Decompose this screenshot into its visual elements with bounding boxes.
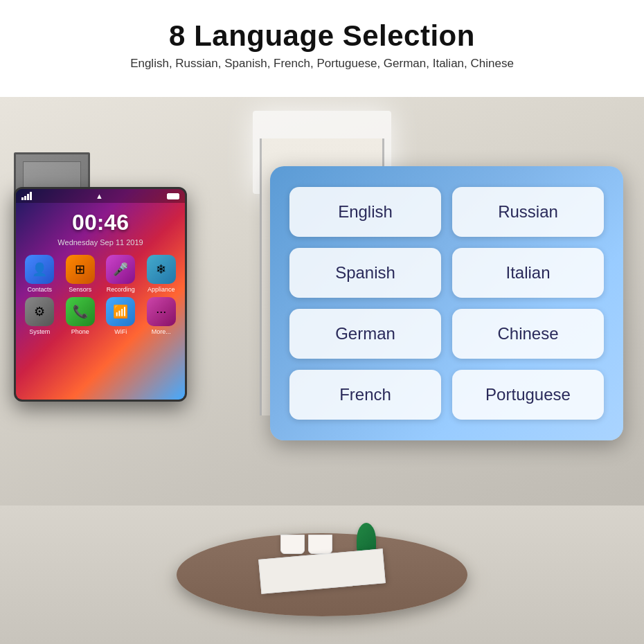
app-label-sensors: Sensors xyxy=(69,286,91,293)
app-label-contacts: Contacts xyxy=(27,286,52,293)
signal-icon xyxy=(21,192,32,200)
lang-button-german[interactable]: German xyxy=(289,309,441,359)
phone-screen: ▲ 00:46 Wednesday Sep 11 2019 👤 Contacts… xyxy=(16,189,185,400)
app-label-wifi: WiFi xyxy=(114,328,127,335)
app-icon-more...: ··· xyxy=(147,297,176,326)
app-icon-recording: 🎤 xyxy=(106,255,135,284)
app-icon-wifi: 📶 xyxy=(106,297,135,326)
app-label-system: System xyxy=(29,328,50,335)
lang-button-italian[interactable]: Italian xyxy=(452,248,604,298)
phone-app-icon-wifi[interactable]: 📶 WiFi xyxy=(102,297,139,335)
app-icon-contacts: 👤 xyxy=(25,255,54,284)
cup-1 xyxy=(280,535,305,554)
phone-time-display: 00:46 xyxy=(16,203,185,238)
app-label-phone: Phone xyxy=(71,328,89,335)
app-label-more...: More... xyxy=(152,328,171,335)
phone-app-icon-sensors[interactable]: ⊞ Sensors xyxy=(62,255,99,293)
phone-app-icon-recording[interactable]: 🎤 Recording xyxy=(102,255,139,293)
lang-button-english[interactable]: English xyxy=(289,187,441,237)
cup-2 xyxy=(308,535,332,554)
phone-date-display: Wednesday Sep 11 2019 xyxy=(16,238,185,247)
lang-button-chinese[interactable]: Chinese xyxy=(452,309,604,359)
app-icon-system: ⚙ xyxy=(25,297,54,326)
battery-icon xyxy=(167,193,179,199)
page-subtitle: English, Russian, Spanish, French, Portu… xyxy=(14,57,630,71)
app-icon-appliance: ❄ xyxy=(147,255,176,284)
phone-app-icon-appliance[interactable]: ❄ Appliance xyxy=(143,255,180,293)
lang-button-spanish[interactable]: Spanish xyxy=(289,248,441,298)
lang-button-russian[interactable]: Russian xyxy=(452,187,604,237)
phone-app-icon-phone[interactable]: 📞 Phone xyxy=(62,297,99,335)
phone-app-icon-system[interactable]: ⚙ System xyxy=(21,297,58,335)
app-icon-phone: 📞 xyxy=(66,297,95,326)
app-label-appliance: Appliance xyxy=(147,286,175,293)
wifi-icon: ▲ xyxy=(96,192,103,200)
page-title: 8 Language Selection xyxy=(14,19,630,53)
phone-status-bar: ▲ xyxy=(16,189,185,203)
phone-mockup: ▲ 00:46 Wednesday Sep 11 2019 👤 Contacts… xyxy=(14,187,187,402)
phone-app-icon-contacts[interactable]: 👤 Contacts xyxy=(21,255,58,293)
app-icon-sensors: ⊞ xyxy=(66,255,95,284)
lang-button-portuguese[interactable]: Portuguese xyxy=(452,370,604,420)
language-grid: EnglishRussianSpanishItalianGermanChines… xyxy=(289,187,604,420)
lang-button-french[interactable]: French xyxy=(289,370,441,420)
app-label-recording: Recording xyxy=(107,286,135,293)
header: 8 Language Selection English, Russian, S… xyxy=(0,0,644,79)
language-panel: EnglishRussianSpanishItalianGermanChines… xyxy=(270,166,623,440)
phone-app-grid: 👤 Contacts ⊞ Sensors 🎤 Recording ❄ Appli… xyxy=(16,247,185,339)
phone-app-icon-more...[interactable]: ··· More... xyxy=(143,297,180,335)
